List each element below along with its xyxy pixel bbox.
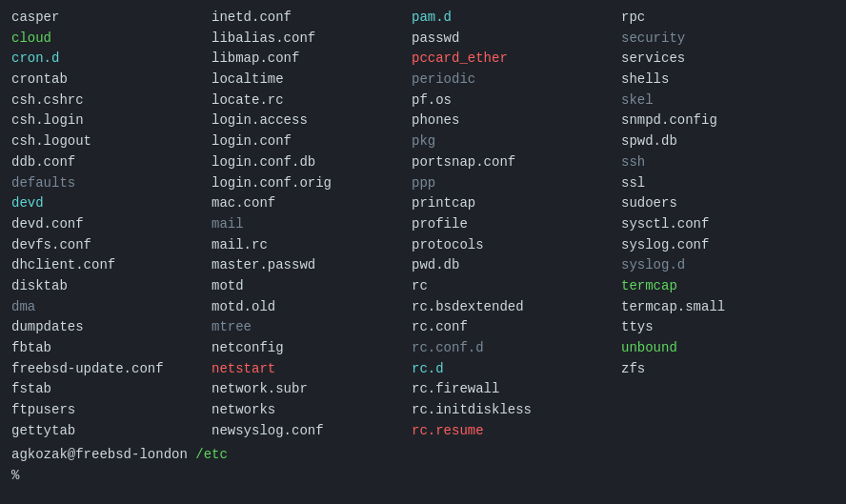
file-entry: devd.conf	[11, 214, 212, 235]
file-entry: networks	[212, 400, 412, 421]
file-entry: mail.rc	[212, 235, 412, 256]
file-entry: cron.d	[11, 49, 212, 70]
file-entry: newsyslog.conf	[212, 421, 412, 442]
file-entry: pf.os	[412, 91, 621, 111]
file-entry: locate.rc	[212, 91, 412, 111]
file-column-1: inetd.conflibalias.conflibmap.conflocalt…	[212, 8, 412, 441]
file-entry: libalias.conf	[212, 29, 412, 50]
file-entry: freebsd-update.conf	[11, 359, 212, 380]
file-entry: devfs.conf	[11, 235, 212, 256]
file-entry: syslog.d	[621, 255, 831, 276]
file-entry: csh.cshrc	[11, 91, 212, 111]
file-entry: sysctl.conf	[621, 214, 831, 235]
terminal: caspercloudcron.dcrontabcsh.cshrccsh.log…	[11, 8, 835, 487]
prompt-dir: /etc	[195, 447, 228, 462]
file-entry: csh.login	[11, 111, 212, 131]
file-entry: rc.d	[412, 359, 621, 380]
file-entry: termcap.small	[621, 297, 831, 318]
file-entry: disktab	[11, 276, 212, 297]
file-entry: ssl	[621, 173, 831, 194]
file-entry: pam.d	[412, 8, 621, 29]
file-entry: skel	[621, 91, 831, 111]
file-entry: profile	[412, 214, 621, 235]
file-entry: rc.initdiskless	[412, 400, 621, 421]
file-entry: defaults	[11, 173, 212, 194]
file-entry: login.access	[212, 111, 412, 131]
file-entry: localtime	[212, 70, 412, 91]
file-entry: portsnap.conf	[412, 152, 621, 173]
file-entry: cloud	[11, 29, 212, 50]
file-entry: rc.conf.d	[412, 338, 621, 359]
file-entry: periodic	[412, 70, 621, 91]
prompt-line: agkozak@freebsd-london /etc	[11, 445, 835, 466]
file-entry: ppp	[412, 173, 621, 194]
file-entry: phones	[412, 111, 621, 131]
file-entry: ssh	[621, 152, 831, 173]
file-entry: login.conf	[212, 131, 412, 152]
file-entry: dhclient.conf	[11, 255, 212, 276]
file-entry: login.conf.orig	[212, 173, 412, 194]
file-column-0: caspercloudcron.dcrontabcsh.cshrccsh.log…	[11, 8, 212, 441]
file-entry: devd	[11, 193, 212, 214]
file-entry: mtree	[212, 317, 412, 338]
file-entry: crontab	[11, 70, 212, 91]
file-listing: caspercloudcron.dcrontabcsh.cshrccsh.log…	[11, 8, 835, 441]
file-entry: syslog.conf	[621, 235, 831, 256]
file-entry: ddb.conf	[11, 152, 212, 173]
file-entry: services	[621, 49, 831, 70]
file-entry: spwd.db	[621, 131, 831, 152]
file-entry: master.passwd	[212, 255, 412, 276]
file-entry: pkg	[412, 131, 621, 152]
file-entry: network.subr	[212, 379, 412, 400]
file-entry: pwd.db	[412, 255, 621, 276]
file-entry: casper	[11, 8, 212, 29]
file-entry: protocols	[412, 235, 621, 256]
file-entry: fstab	[11, 379, 212, 400]
file-entry: rpc	[621, 8, 831, 29]
file-entry: shells	[621, 70, 831, 91]
file-entry: csh.logout	[11, 131, 212, 152]
file-entry: mail	[212, 214, 412, 235]
file-entry: rc.firewall	[412, 379, 621, 400]
file-entry: dumpdates	[11, 317, 212, 338]
percent-line: %	[11, 466, 835, 487]
file-entry: motd.old	[212, 297, 412, 318]
file-entry: printcap	[412, 193, 621, 214]
file-entry: rc.conf	[412, 317, 621, 338]
file-entry: sudoers	[621, 193, 831, 214]
file-entry: ftpusers	[11, 400, 212, 421]
file-entry: netconfig	[212, 338, 412, 359]
file-entry: mac.conf	[212, 193, 412, 214]
file-entry: termcap	[621, 276, 831, 297]
file-entry: security	[621, 29, 831, 50]
file-entry: gettytab	[11, 421, 212, 442]
file-entry: netstart	[212, 359, 412, 380]
file-entry: libmap.conf	[212, 49, 412, 70]
file-entry: rc.resume	[412, 421, 621, 442]
prompt-user: agkozak@freebsd-london	[11, 447, 188, 462]
file-entry: rc.bsdextended	[412, 297, 621, 318]
file-column-3: rpcsecurityservicesshellsskelsnmpd.confi…	[621, 8, 831, 441]
file-entry: snmpd.config	[621, 111, 831, 131]
file-entry: passwd	[412, 29, 621, 50]
file-entry: rc	[412, 276, 621, 297]
file-entry: motd	[212, 276, 412, 297]
file-entry: ttys	[621, 317, 831, 338]
file-entry: dma	[11, 297, 212, 318]
file-entry: zfs	[621, 359, 831, 380]
file-entry: login.conf.db	[212, 152, 412, 173]
file-entry: fbtab	[11, 338, 212, 359]
file-entry: pccard_ether	[412, 49, 621, 70]
file-column-2: pam.dpasswdpccard_etherperiodicpf.osphon…	[412, 8, 621, 441]
file-entry: inetd.conf	[212, 8, 412, 29]
file-entry: unbound	[621, 338, 831, 359]
